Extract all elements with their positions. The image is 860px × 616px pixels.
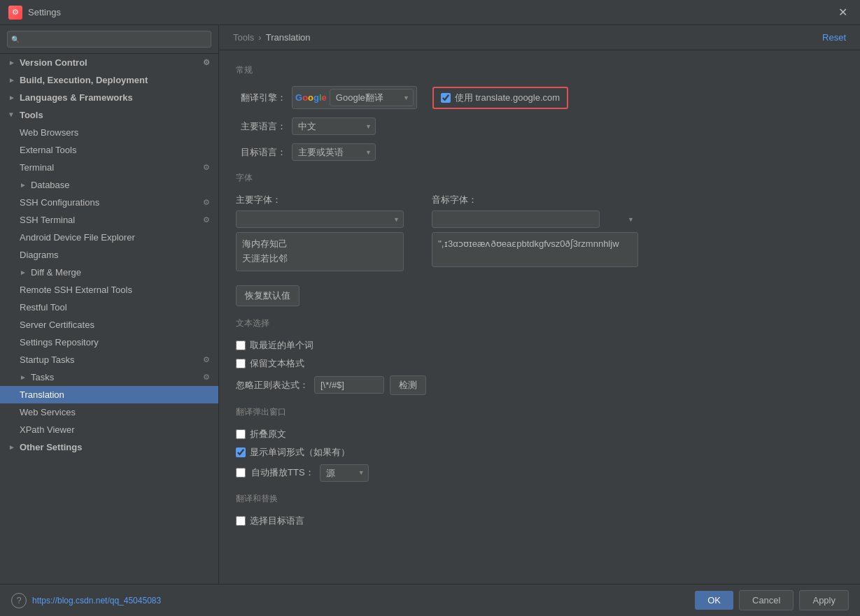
sidebar-item-languages[interactable]: ► Languages & Frameworks bbox=[0, 89, 218, 106]
sidebar-list: ► Version Control ⚙ ► Build, Execution, … bbox=[0, 54, 218, 584]
regex-row: 忽略正则表达式： 检测 bbox=[236, 375, 843, 395]
arrow-icon: ► bbox=[20, 373, 27, 381]
show-word-form-checkbox[interactable] bbox=[236, 447, 246, 457]
search-input[interactable] bbox=[7, 31, 211, 48]
auto-tts-label[interactable]: 自动播放TTS： bbox=[251, 466, 314, 479]
fold-original-label[interactable]: 折叠原文 bbox=[250, 428, 286, 440]
font-section-header: 字体 bbox=[236, 172, 843, 184]
sidebar-item-settings-repository[interactable]: Settings Repository bbox=[0, 334, 218, 351]
use-translate-label[interactable]: 使用 translate.google.com bbox=[455, 92, 560, 104]
keep-format-label[interactable]: 保留文本格式 bbox=[250, 357, 304, 370]
arrow-icon: ► bbox=[20, 181, 27, 189]
sidebar-item-diff-merge[interactable]: ► Diff & Merge bbox=[0, 264, 218, 281]
phonetic-font-select-wrap bbox=[432, 210, 638, 228]
settings-icon: ⚙ bbox=[203, 373, 210, 382]
target-lang-select[interactable]: 主要或英语English中文 bbox=[292, 143, 376, 161]
settings-content: 常规 翻译引擎： Google Google翻译Youdao翻译百度翻译Deep… bbox=[219, 50, 860, 584]
primary-font-line1: 海内存知己 bbox=[242, 237, 397, 252]
replace-section: 选择目标语言 bbox=[236, 515, 843, 527]
sidebar-item-label: Database bbox=[31, 180, 70, 190]
engine-wrap: Google Google翻译Youdao翻译百度翻译DeepL翻译 使用 tr… bbox=[292, 86, 568, 109]
auto-tts-checkbox[interactable] bbox=[236, 468, 246, 478]
show-word-form-label[interactable]: 显示单词形式（如果有） bbox=[250, 446, 350, 459]
replace-section-header: 翻译和替换 bbox=[236, 493, 843, 505]
search-wrap bbox=[7, 31, 211, 48]
sidebar-item-version-control[interactable]: ► Version Control ⚙ bbox=[0, 54, 218, 71]
engine-row: 翻译引擎： Google Google翻译Youdao翻译百度翻译DeepL翻译 bbox=[236, 86, 843, 109]
sidebar-item-remote-ssh[interactable]: Remote SSH External Tools bbox=[0, 281, 218, 299]
engine-select-inner: Google Google翻译Youdao翻译百度翻译DeepL翻译 bbox=[292, 86, 417, 109]
phonetic-font-select[interactable] bbox=[432, 210, 600, 228]
use-translate-checkbox[interactable] bbox=[441, 93, 451, 103]
phonetic-font-group: 音标字体： ''ˌɪ3αɔʊɪeæʌðʊeaɛpbtdkgfvsz0ðʃ3rzm… bbox=[432, 194, 638, 271]
help-button[interactable]: ? bbox=[11, 593, 27, 608]
sidebar-item-label: Build, Execution, Deployment bbox=[20, 75, 148, 85]
sidebar-item-tasks[interactable]: ► Tasks ⚙ bbox=[0, 368, 218, 386]
primary-font-select[interactable] bbox=[236, 210, 404, 228]
sidebar-item-web-browsers[interactable]: Web Browsers bbox=[0, 124, 218, 141]
arrow-icon: ► bbox=[8, 76, 15, 84]
sidebar-item-xpath-viewer[interactable]: XPath Viewer bbox=[0, 421, 218, 438]
tts-source-select[interactable]: 源 译 两者 bbox=[320, 464, 369, 482]
sidebar-item-label: Android Device File Explorer bbox=[20, 232, 135, 243]
select-target-lang-row: 选择目标语言 bbox=[236, 515, 843, 527]
sidebar-item-restful-tool[interactable]: Restful Tool bbox=[0, 299, 218, 316]
sidebar-item-label: Web Services bbox=[20, 407, 76, 417]
bottom-bar-left: ? https://blog.csdn.net/qq_45045083 bbox=[11, 593, 161, 608]
detect-button[interactable]: 检测 bbox=[390, 375, 426, 395]
settings-icon: ⚙ bbox=[203, 163, 210, 172]
target-lang-row: 目标语言： 主要或英语English中文 bbox=[236, 143, 843, 161]
sidebar-item-external-tools[interactable]: External Tools bbox=[0, 141, 218, 159]
sidebar-item-translation[interactable]: Translation bbox=[0, 386, 218, 403]
app-icon: ⚙ bbox=[8, 6, 22, 20]
sidebar-item-ssh-configurations[interactable]: SSH Configurations ⚙ bbox=[0, 194, 218, 211]
regex-input[interactable] bbox=[314, 376, 384, 394]
settings-window: ⚙ Settings ✕ ► Version Control ⚙ ► Build… bbox=[0, 0, 860, 616]
sidebar-item-diagrams[interactable]: Diagrams bbox=[0, 246, 218, 264]
main-content: ► Version Control ⚙ ► Build, Execution, … bbox=[0, 25, 860, 584]
close-button[interactable]: ✕ bbox=[834, 4, 852, 20]
search-box bbox=[0, 25, 218, 54]
general-section-header: 常规 bbox=[236, 64, 843, 76]
sidebar-item-label: Languages & Frameworks bbox=[20, 92, 133, 103]
cancel-button[interactable]: Cancel bbox=[739, 590, 794, 610]
sidebar-item-other-settings[interactable]: ► Other Settings bbox=[0, 438, 218, 456]
titlebar: ⚙ Settings ✕ bbox=[0, 0, 860, 25]
sidebar-item-ssh-terminal[interactable]: SSH Terminal ⚙ bbox=[0, 211, 218, 229]
window-title: Settings bbox=[28, 7, 834, 17]
target-lang-label: 目标语言： bbox=[236, 146, 292, 159]
use-translate-checkbox-wrap: 使用 translate.google.com bbox=[432, 87, 568, 109]
sidebar-item-web-services[interactable]: Web Services bbox=[0, 403, 218, 421]
sidebar-item-server-certificates[interactable]: Server Certificates bbox=[0, 316, 218, 334]
arrow-icon: ► bbox=[20, 268, 27, 276]
regex-label: 忽略正则表达式： bbox=[236, 379, 309, 392]
sidebar-item-android-device[interactable]: Android Device File Explorer bbox=[0, 229, 218, 246]
sidebar-item-label: Tasks bbox=[31, 372, 54, 382]
show-word-form-row: 显示单词形式（如果有） bbox=[236, 446, 843, 459]
reset-button[interactable]: Reset bbox=[822, 32, 846, 43]
sidebar-item-database[interactable]: ► Database bbox=[0, 176, 218, 194]
nearest-word-label[interactable]: 取最近的单个词 bbox=[250, 339, 313, 352]
primary-font-group: 主要字体： 海内存知己 天涯若比邻 bbox=[236, 194, 404, 271]
settings-icon: ⚙ bbox=[203, 215, 210, 224]
select-target-lang-checkbox[interactable] bbox=[236, 516, 246, 526]
primary-font-line2: 天涯若比邻 bbox=[242, 252, 397, 266]
settings-icon: ⚙ bbox=[203, 198, 210, 207]
sidebar-item-terminal[interactable]: Terminal ⚙ bbox=[0, 159, 218, 176]
fold-original-checkbox[interactable] bbox=[236, 429, 246, 439]
sidebar-item-label: Tools bbox=[20, 110, 43, 120]
restore-defaults-button[interactable]: 恢复默认值 bbox=[236, 285, 299, 306]
select-target-lang-label[interactable]: 选择目标语言 bbox=[250, 515, 304, 527]
sidebar-item-startup-tasks[interactable]: Startup Tasks ⚙ bbox=[0, 351, 218, 368]
phonetic-font-preview: ''ˌɪ3αɔʊɪeæʌðʊeaɛpbtdkgfvsz0ðʃ3rzmnnhljw bbox=[432, 232, 638, 267]
primary-lang-select[interactable]: 中文English日本語한국어 bbox=[292, 117, 376, 135]
phonetic-font-label: 音标字体： bbox=[432, 194, 638, 206]
sidebar-item-build[interactable]: ► Build, Execution, Deployment bbox=[0, 71, 218, 89]
ok-button[interactable]: OK bbox=[695, 591, 733, 610]
keep-format-checkbox[interactable] bbox=[236, 359, 246, 368]
sidebar-item-tools[interactable]: ► Tools bbox=[0, 106, 218, 124]
apply-button[interactable]: Apply bbox=[799, 590, 849, 610]
breadcrumb-separator: › bbox=[258, 32, 261, 43]
engine-select[interactable]: Google翻译Youdao翻译百度翻译DeepL翻译 bbox=[330, 89, 414, 106]
nearest-word-checkbox[interactable] bbox=[236, 341, 246, 350]
